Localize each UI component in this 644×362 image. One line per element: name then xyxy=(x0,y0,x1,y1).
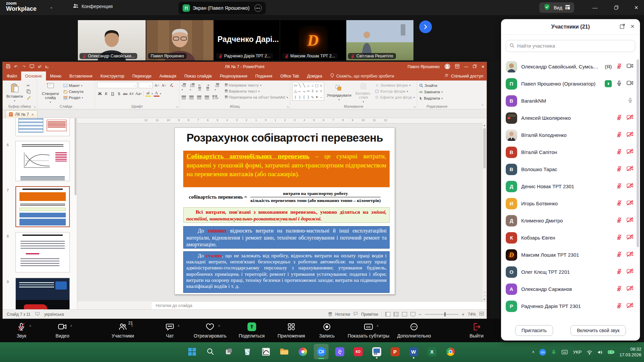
scrollbar-thumb[interactable] xyxy=(483,128,486,168)
normal-view-icon[interactable] xyxy=(385,312,390,316)
participant-row[interactable]: DМаксим Лошак ТРТ 2301 xyxy=(501,246,638,263)
shape-glyph[interactable]: ╲ xyxy=(299,83,301,88)
video-tile-2[interactable]: Павел Ярошенко xyxy=(146,20,213,60)
tab-screen-share[interactable]: П Экран (Павел Ярошенко) ••• xyxy=(179,2,266,14)
chevron-up-icon[interactable]: ˄ xyxy=(131,324,133,328)
shape-glyph[interactable]: ☆ xyxy=(319,89,323,93)
chevron-up-icon[interactable]: ˄ xyxy=(377,324,379,328)
shape-glyph[interactable]: ˄ xyxy=(320,84,322,88)
slide-sorter-view-icon[interactable] xyxy=(394,312,399,316)
taskbar-app-start[interactable] xyxy=(185,344,199,359)
change-case-button[interactable]: Aa▾ xyxy=(135,91,142,97)
italic-button[interactable]: К xyxy=(103,91,109,97)
taskbar-app-grapher[interactable] xyxy=(258,344,273,359)
ribbon-tab-конструктор[interactable]: Конструктор xyxy=(96,71,128,81)
shape-glyph[interactable]: △ xyxy=(294,89,297,93)
arrange-button[interactable]: Упорядкувати▾ xyxy=(326,82,352,104)
scroll-up-icon[interactable]: ▲ xyxy=(483,124,486,127)
chevron-up-icon[interactable]: ˄ xyxy=(218,324,220,328)
next-slide-button[interactable]: » xyxy=(483,295,486,298)
cut-icon[interactable]: ✂ xyxy=(27,83,31,88)
ribbon-tab-показ-слайдів[interactable]: Показ слайдів xyxy=(180,71,216,81)
comments-toggle-label[interactable]: Примітки xyxy=(361,312,378,317)
font-size-select[interactable]: ⌄ xyxy=(139,82,153,88)
zoom-level[interactable]: 74% xyxy=(468,312,476,317)
scroll-down-icon[interactable]: ▼ xyxy=(483,298,486,301)
find-button[interactable]: Знайти xyxy=(419,84,443,88)
view-control[interactable]: Вид xyxy=(539,2,574,13)
slide-7[interactable]: Розрахунок собівартості перевезень Собів… xyxy=(175,127,395,295)
underline-button[interactable]: П xyxy=(110,91,115,97)
reading-view-icon[interactable] xyxy=(402,312,407,316)
shape-fill-button[interactable]: Заливка фігури▾ xyxy=(375,83,415,87)
taskbar-app-ko[interactable]: КО xyxy=(351,344,365,359)
shape-glyph[interactable]: ( xyxy=(295,95,296,99)
previous-slide-button[interactable]: « xyxy=(483,292,486,294)
participant-row[interactable]: ООлег Клєщ ТРТ 2201 xyxy=(501,263,638,280)
document-tab-close-icon[interactable]: ✕ xyxy=(31,113,34,116)
toolbar-camera[interactable]: ˄Видео xyxy=(56,321,69,339)
notes-toggle-icon[interactable] xyxy=(329,312,332,316)
zoom-slider-knob[interactable] xyxy=(444,312,446,316)
ribbon-tab-довідка[interactable]: Довідка xyxy=(303,71,326,81)
section-button[interactable]: Розділ▾ xyxy=(63,96,84,100)
taskbar-app-chrome[interactable] xyxy=(443,344,458,359)
toolbar-apps[interactable]: Приложения xyxy=(278,321,305,339)
video-tile-5[interactable]: Світлана Решетіло xyxy=(346,20,413,60)
participant-row[interactable]: ДДенис Новак ТРТ 2301 xyxy=(501,178,638,195)
shape-glyph[interactable]: ⇩ xyxy=(311,89,314,93)
notes-pane[interactable]: Нотатки до слайда xyxy=(152,301,487,309)
participant-row[interactable]: Віталій Колодненко xyxy=(501,126,638,144)
language-indicator[interactable]: українська xyxy=(44,312,64,317)
paragraph-dialog-launcher-icon[interactable]: ↘ xyxy=(286,105,289,108)
highlight-color-button[interactable]: аб xyxy=(145,91,151,97)
collapse-ribbon-icon[interactable]: ⌃ xyxy=(481,104,484,108)
unmute-button[interactable]: Включить свой звук xyxy=(571,325,626,336)
ribbon-tab-файл[interactable]: Файл xyxy=(3,71,21,81)
slide-thumbnail-partial[interactable] xyxy=(15,118,70,136)
bold-button[interactable]: Ж xyxy=(97,91,103,97)
taskbar-app-viber[interactable] xyxy=(332,344,347,359)
numbering-icon[interactable]: 1▾ xyxy=(190,83,195,91)
tab-options-icon[interactable]: ••• xyxy=(254,4,262,12)
strikethrough-button[interactable]: abc xyxy=(122,91,128,97)
ribbon-tab-переходи[interactable]: Переходи xyxy=(128,71,155,81)
ribbon-display-icon[interactable] xyxy=(455,64,459,69)
ribbon-tab-подання[interactable]: Подання xyxy=(251,71,276,81)
comments-icon[interactable] xyxy=(353,312,358,317)
format-painter-icon[interactable] xyxy=(27,96,31,100)
taskbar-app-tc[interactable]: 64 xyxy=(369,344,384,359)
video-tile-4[interactable]: DМаксим Лошак ТРТ 2... xyxy=(280,20,346,60)
increase-indent-icon[interactable]: ⇥ xyxy=(206,83,211,91)
toolbar-record[interactable]: Запись xyxy=(319,321,335,339)
participant-row[interactable]: ВВолошко Тарас xyxy=(501,161,638,178)
participant-row[interactable]: ККобзарь Євген xyxy=(501,229,638,246)
copy-icon[interactable] xyxy=(27,89,31,94)
shape-glyph[interactable]: ▢ xyxy=(315,83,318,88)
character-spacing-button[interactable]: AV xyxy=(129,91,135,97)
align-left-icon[interactable] xyxy=(182,96,186,99)
popout-icon[interactable] xyxy=(620,23,625,31)
share-access[interactable]: Спільний доступ xyxy=(444,71,483,81)
taskbar-clock[interactable]: 08:32 17.03.2026 xyxy=(620,347,641,358)
taskbar-app-powerpoint[interactable]: P xyxy=(388,344,402,359)
tray-mic-icon[interactable] xyxy=(551,350,556,355)
slideshow-view-icon[interactable] xyxy=(410,312,415,316)
document-tab[interactable]: ЛК № 7 ✕ xyxy=(5,110,38,118)
zoom-in-icon[interactable]: + xyxy=(462,312,464,317)
shape-glyph[interactable]: ▭ xyxy=(294,83,297,88)
shape-glyph[interactable]: ∿ xyxy=(311,95,314,99)
taskbar-app-search[interactable] xyxy=(203,344,218,359)
taskbar-app-word[interactable]: W xyxy=(406,344,421,359)
video-tile-1[interactable]: Олександр Савойськи... xyxy=(78,20,146,60)
layout-button[interactable]: Макет▾ xyxy=(63,84,84,88)
text-shadow-button[interactable]: S xyxy=(116,91,122,97)
taskbar-app-folder[interactable] xyxy=(277,344,292,359)
wifi-icon[interactable] xyxy=(587,350,592,355)
ribbon-tab-анімація[interactable]: Анімація xyxy=(155,71,180,81)
replace-button[interactable]: abЗамінити▾ xyxy=(419,90,443,94)
battery-icon[interactable] xyxy=(608,350,614,354)
taskbar-app-paint[interactable] xyxy=(295,344,310,359)
ppt-minimize-icon[interactable]: — xyxy=(464,64,468,69)
toolbar-heart[interactable]: ˄Отреагировать xyxy=(194,321,227,339)
